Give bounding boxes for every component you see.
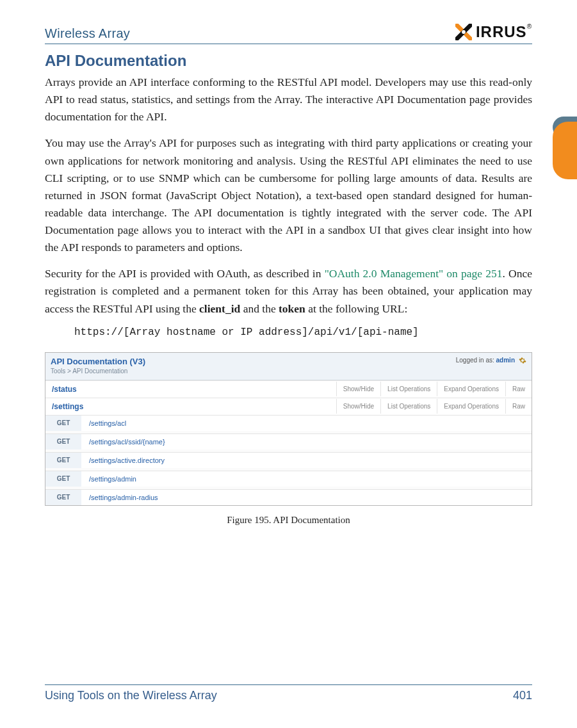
endpoint-settings[interactable]: /settings Show/Hide List Operations Expa…	[45, 398, 532, 415]
endpoint-path: /settings/active.directory	[81, 453, 172, 468]
gear-icon[interactable]	[519, 357, 526, 364]
operation-row[interactable]: GET /settings/admin	[45, 471, 532, 487]
operation-row[interactable]: GET /settings/admin-radius	[45, 489, 532, 505]
breadcrumb: Tools > API Documentation	[51, 368, 145, 375]
brand-logo: IRRUS®	[455, 23, 532, 41]
http-method: GET	[45, 453, 81, 468]
page-number: 401	[513, 689, 532, 702]
operation-row[interactable]: GET /settings/active.directory	[45, 452, 532, 468]
op-list[interactable]: List Operations	[380, 382, 437, 396]
endpoint-status[interactable]: /status Show/Hide List Operations Expand…	[45, 380, 532, 398]
footer-title: Using Tools on the Wireless Array	[45, 689, 217, 702]
page-header: Wireless Array IRRUS®	[45, 23, 532, 44]
op-raw[interactable]: Raw	[505, 399, 532, 414]
p3-part-c: and the	[240, 302, 279, 315]
side-tab	[553, 122, 577, 179]
endpoint-path: /settings/acl	[81, 416, 134, 431]
op-expand[interactable]: Expand Operations	[437, 382, 505, 396]
paragraph-1: Arrays provide an API interface conformi…	[45, 74, 532, 125]
p3-part-a: Security for the API is provided with OA…	[45, 267, 325, 280]
endpoint-path: /settings/acl/ssid/{name}	[81, 434, 173, 449]
api-doc-screenshot: API Documentation (V3) Tools > API Docum…	[45, 352, 532, 506]
endpoint-path: /settings/admin-radius	[81, 490, 166, 505]
p3-bold-token: token	[279, 302, 305, 315]
op-raw[interactable]: Raw	[505, 382, 532, 396]
op-showhide[interactable]: Show/Hide	[336, 399, 380, 414]
section-heading: API Documentation	[45, 52, 532, 70]
oauth-link[interactable]: "OAuth 2.0 Management" on page 251	[325, 267, 503, 280]
http-method: GET	[45, 490, 81, 505]
endpoint-ops: Show/Hide List Operations Expand Operati…	[336, 398, 532, 415]
paragraph-2: You may use the Array's API for purposes…	[45, 134, 532, 256]
header-title: Wireless Array	[45, 26, 130, 41]
login-prefix: Logged in as:	[456, 357, 496, 364]
api-url-template: https://[Array hostname or IP address]/a…	[74, 327, 532, 338]
login-status: Logged in as: admin	[456, 357, 526, 364]
p3-part-d: at the following URL:	[305, 302, 407, 315]
operation-row[interactable]: GET /settings/acl/ssid/{name}	[45, 433, 532, 449]
login-user[interactable]: admin	[496, 357, 515, 364]
paragraph-3: Security for the API is provided with OA…	[45, 265, 532, 317]
op-expand[interactable]: Expand Operations	[437, 399, 505, 414]
endpoint-ops: Show/Hide List Operations Expand Operati…	[336, 381, 532, 398]
op-showhide[interactable]: Show/Hide	[336, 382, 380, 396]
http-method: GET	[45, 416, 81, 431]
embed-body: /status Show/Hide List Operations Expand…	[45, 380, 532, 505]
endpoint-name-settings: /settings	[45, 398, 90, 415]
page-footer: Using Tools on the Wireless Array 401	[45, 684, 532, 702]
endpoint-path: /settings/admin	[81, 471, 144, 487]
svg-point-0	[462, 30, 466, 34]
figure-caption: Figure 195. API Documentation	[45, 515, 532, 526]
embed-title: API Documentation (V3)	[51, 357, 145, 366]
http-method: GET	[45, 471, 81, 487]
logo-text: IRRUS®	[476, 23, 532, 41]
logo-x-icon	[455, 24, 472, 40]
http-method: GET	[45, 434, 81, 449]
endpoint-name-status: /status	[45, 381, 83, 398]
op-list[interactable]: List Operations	[380, 399, 437, 414]
p3-bold-clientid: client_id	[199, 302, 240, 315]
operation-row[interactable]: GET /settings/acl	[45, 415, 532, 431]
embed-header: API Documentation (V3) Tools > API Docum…	[45, 353, 532, 380]
